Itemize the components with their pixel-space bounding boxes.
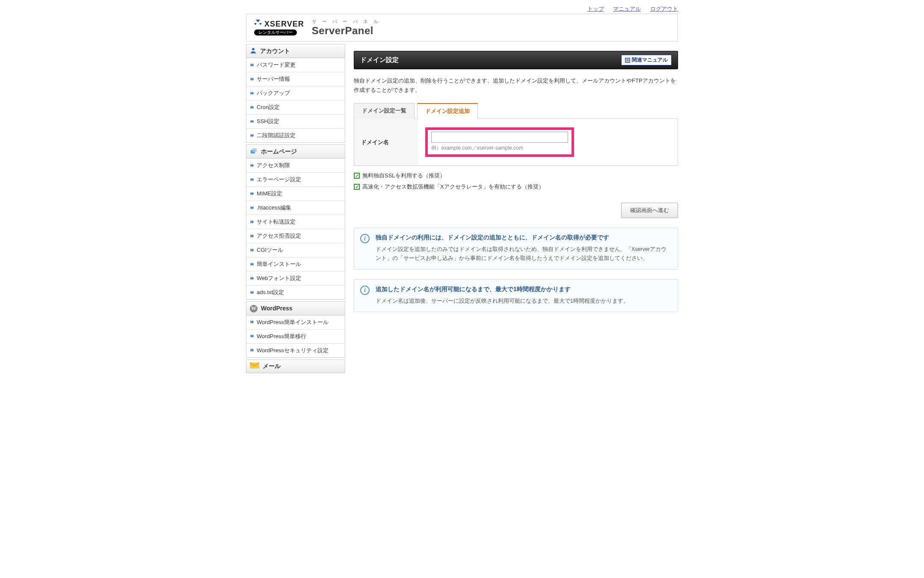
top-nav-link[interactable]: ログアウト: [650, 6, 678, 12]
sidebar-item-label: CGIツール: [257, 246, 283, 254]
svg-marker-2: [259, 23, 262, 25]
home-icon: [250, 147, 258, 156]
related-manual-button[interactable]: 関連マニュアル: [621, 55, 672, 65]
arrow-icon: [251, 119, 255, 124]
tabs: ドメイン設定一覧ドメイン設定追加: [354, 103, 678, 119]
tab[interactable]: ドメイン設定追加: [417, 103, 478, 119]
logo: XSERVER レンタルサーバー: [254, 20, 304, 35]
info-icon: i: [360, 234, 370, 243]
domain-label: ドメイン名: [354, 119, 418, 166]
page-title-bar: ドメイン設定 関連マニュアル: [354, 51, 678, 69]
arrow-icon: [251, 105, 255, 110]
arrow-icon: [251, 77, 255, 82]
logo-icon: [254, 20, 262, 28]
sidebar-item[interactable]: 二段階認証設定: [246, 128, 345, 142]
domain-input-highlight: 例）example.com／xserver-sample.com: [425, 127, 574, 157]
checkbox-checked-icon: ✓: [354, 184, 360, 190]
arrow-icon: [251, 234, 255, 239]
sidebar-item-label: パスワード変更: [257, 61, 296, 69]
top-nav-link[interactable]: マニュアル: [613, 6, 641, 12]
arrow-icon: [251, 348, 255, 353]
arrow-icon: [251, 63, 255, 68]
sidebar-item-label: Webフォント設定: [257, 274, 302, 282]
sidebar-item[interactable]: Cron設定: [246, 100, 345, 114]
sidebar-section-header: ホームページ: [246, 144, 345, 159]
svg-marker-1: [254, 23, 257, 25]
brand-name: XSERVER: [264, 20, 304, 28]
sidebar-item[interactable]: ads.txt設定: [246, 285, 345, 299]
top-nav: トップ マニュアル ログアウト: [246, 0, 678, 14]
sidebar-item[interactable]: 簡単インストール: [246, 257, 345, 271]
top-nav-link[interactable]: トップ: [587, 6, 604, 12]
sidebar-item[interactable]: SSH設定: [246, 114, 345, 128]
options-checks: ✓無料独自SSLを利用する（推奨）✓高速化・アクセス数拡張機能「Xアクセラレータ…: [354, 172, 678, 191]
tab[interactable]: ドメイン設定一覧: [354, 103, 415, 119]
option-checkbox-row[interactable]: ✓無料独自SSLを利用する（推奨）: [354, 172, 678, 180]
svg-marker-0: [256, 20, 260, 22]
sidebar-item-label: 簡単インストール: [257, 260, 301, 268]
sidebar-section-header: アカウント: [246, 44, 345, 58]
sidebar-item[interactable]: アクセス拒否設定: [246, 229, 345, 243]
sidebar-item-label: WordPress簡単移行: [257, 333, 306, 340]
info-box: i 追加したドメイン名が利用可能になるまで、最大で1時間程度かかります ドメイン…: [354, 279, 678, 312]
arrow-icon: [251, 206, 255, 210]
sidebar-item-label: ads.txt設定: [257, 289, 284, 296]
arrow-icon: [251, 290, 255, 295]
sidebar: アカウントパスワード変更サーバー情報バックアップCron設定SSH設定二段階認証…: [246, 44, 345, 375]
info-text: ドメイン設定を追加したのみではドメイン名は取得されないため、独自ドメインを利用で…: [376, 245, 671, 263]
info-text: ドメイン名は追加後、サーバーに設定が反映され利用可能になるまで、最大で1時間程度…: [376, 297, 671, 306]
account-icon: [250, 47, 257, 55]
sidebar-item[interactable]: バックアップ: [246, 86, 345, 100]
svg-rect-5: [252, 148, 257, 152]
info-title: 独自ドメインの利用には、ドメイン設定の追加とともに、ドメイン名の取得が必要です: [376, 234, 671, 242]
info-box: i 独自ドメインの利用には、ドメイン設定の追加とともに、ドメイン名の取得が必要で…: [354, 227, 678, 270]
sidebar-item-label: WordPressセキュリティ設定: [257, 347, 329, 354]
domain-form-table: ドメイン名 例）example.com／xserver-sample.com: [354, 119, 678, 166]
brand-badge: レンタルサーバー: [254, 29, 297, 35]
panel-title-en: ServerPanel: [312, 25, 380, 37]
arrow-icon: [251, 334, 255, 339]
sidebar-item-label: WordPress簡単インストール: [257, 318, 329, 326]
checkbox-checked-icon: ✓: [354, 173, 360, 179]
page-title: ドメイン設定: [360, 56, 399, 64]
domain-input[interactable]: [431, 132, 568, 143]
sidebar-item[interactable]: エラーページ設定: [246, 172, 345, 186]
arrow-icon: [251, 276, 255, 281]
sidebar-item[interactable]: WordPress簡単移行: [246, 329, 345, 343]
sidebar-item[interactable]: Webフォント設定: [246, 271, 345, 285]
sidebar-item-label: 二段階認証設定: [257, 132, 296, 139]
info-title: 追加したドメイン名が利用可能になるまで、最大で1時間程度かかります: [376, 286, 671, 293]
arrow-icon: [251, 177, 255, 182]
sidebar-item[interactable]: WordPressセキュリティ設定: [246, 343, 345, 357]
sidebar-item[interactable]: MIME設定: [246, 186, 345, 201]
sidebar-item[interactable]: アクセス制限: [246, 159, 345, 172]
sidebar-item[interactable]: .htaccess編集: [246, 201, 345, 215]
option-checkbox-row[interactable]: ✓高速化・アクセス数拡張機能「Xアクセラレータ」を有効にする（推奨）: [354, 183, 678, 191]
sidebar-item[interactable]: サーバー情報: [246, 72, 345, 86]
page-description: 独自ドメイン設定の追加、削除を行うことができます。追加したドメイン設定を利用して…: [354, 76, 678, 95]
site-header: XSERVER レンタルサーバー サ ー バ ー パ ネ ル ServerPan…: [246, 14, 678, 41]
svg-point-3: [252, 48, 255, 50]
sidebar-item[interactable]: CGIツール: [246, 243, 345, 257]
sidebar-item-label: アクセス拒否設定: [257, 232, 301, 240]
sidebar-item[interactable]: WordPress簡単インストール: [246, 316, 345, 329]
wordpress-icon: W: [250, 304, 258, 313]
arrow-icon: [251, 163, 255, 168]
sidebar-item-label: .htaccess編集: [257, 204, 291, 212]
sidebar-item[interactable]: パスワード変更: [246, 58, 345, 72]
arrow-icon: [251, 192, 255, 196]
sidebar-item-label: バックアップ: [257, 89, 290, 97]
info-icon: i: [360, 286, 370, 295]
sidebar-item-label: エラーページ設定: [257, 176, 301, 183]
arrow-icon: [251, 133, 255, 138]
option-label: 高速化・アクセス数拡張機能「Xアクセラレータ」を有効にする（推奨）: [362, 183, 544, 191]
arrow-icon: [251, 320, 255, 324]
domain-input-example: 例）example.com／xserver-sample.com: [431, 144, 568, 152]
confirm-button[interactable]: 確認画面へ進む: [621, 203, 678, 218]
panel-title-jp: サ ー バ ー パ ネ ル: [312, 18, 380, 25]
sidebar-item-label: Cron設定: [257, 103, 280, 111]
main-content: ドメイン設定 関連マニュアル 独自ドメイン設定の追加、削除を行うことができます。…: [354, 44, 678, 312]
sidebar-item[interactable]: サイト転送設定: [246, 215, 345, 229]
arrow-icon: [251, 220, 255, 224]
book-icon: [625, 58, 630, 63]
